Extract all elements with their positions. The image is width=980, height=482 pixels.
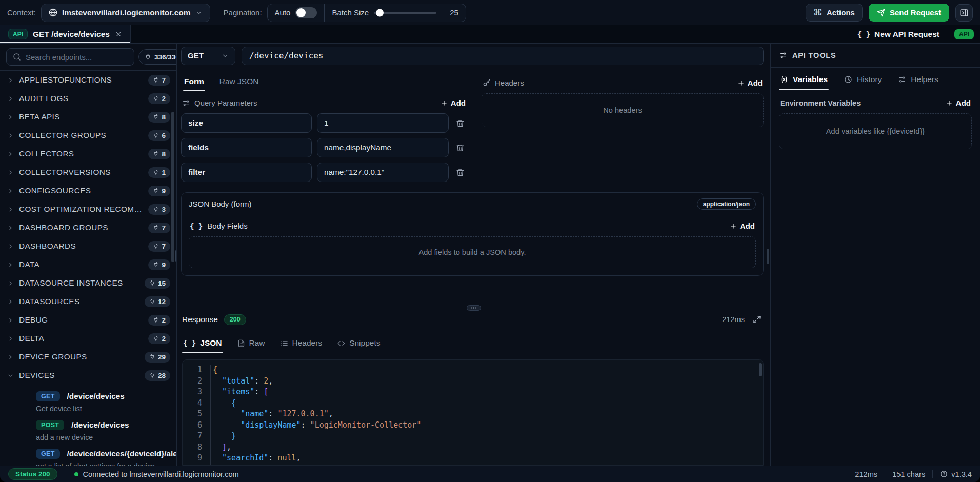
- group-label: CONFIGSOURCES: [19, 186, 91, 195]
- endpoint-description: add a new device: [36, 433, 172, 441]
- auto-toggle[interactable]: [295, 7, 317, 18]
- url-input[interactable]: [242, 47, 764, 65]
- batch-size-label: Batch Size: [332, 8, 369, 17]
- separator: [932, 470, 933, 478]
- add-variable-button[interactable]: Add: [946, 98, 971, 107]
- empty-body-text: Add fields to build a JSON body.: [418, 248, 526, 256]
- sidebar-group-row[interactable]: DEBUG 2: [0, 311, 176, 329]
- sidebar-group-row[interactable]: COLLECTORS 8: [0, 145, 176, 163]
- chevron-right-icon: [7, 225, 14, 231]
- line-content: {: [210, 365, 217, 376]
- param-key-input[interactable]: [181, 138, 312, 157]
- add-header-button[interactable]: Add: [737, 78, 763, 87]
- pane-divider: [177, 308, 770, 308]
- delete-param-button[interactable]: [454, 117, 467, 130]
- tab-form[interactable]: Form: [183, 75, 205, 91]
- pagination-controls: Auto Batch Size 25: [267, 4, 466, 22]
- chevron-down-icon: [222, 52, 229, 59]
- tab-headers[interactable]: Headers: [279, 337, 324, 353]
- empty-variables-text: Add variables like {{deviceId}}: [826, 127, 925, 135]
- sidebar-group-row[interactable]: BETA APIS 8: [0, 108, 176, 126]
- group-label: COLLECTOR GROUPS: [19, 131, 106, 140]
- code-line: 4 {: [183, 398, 763, 409]
- code-line: 6 "displayName": "LogicMonitor-Collector…: [183, 420, 763, 431]
- param-key-input[interactable]: [181, 113, 312, 133]
- group-count-badge: 7: [148, 223, 170, 233]
- tab-snippets[interactable]: Snippets: [336, 337, 381, 353]
- context-selector[interactable]: lmstevenvillardi.logicmonitor.com: [41, 4, 210, 22]
- group-label: BETA APIS: [19, 112, 60, 122]
- endpoint-description: get a list of alert settings for a devic…: [36, 462, 172, 466]
- endpoint-item[interactable]: GET /device/devices Get device list: [0, 388, 172, 416]
- chevron-right-icon: [7, 169, 14, 176]
- new-api-request-button[interactable]: { } New API Request: [857, 30, 939, 39]
- line-content: "searchId": null,: [210, 453, 301, 464]
- plus-icon: [730, 223, 737, 230]
- sidebar-group-row[interactable]: COLLECTOR GROUPS 6: [0, 126, 176, 145]
- api-mode-badge[interactable]: API: [954, 29, 974, 39]
- param-value-input[interactable]: [317, 113, 449, 133]
- tab-json[interactable]: { } JSON: [182, 337, 223, 353]
- actions-button[interactable]: ⌘ Actions: [806, 4, 863, 22]
- endpoint-item[interactable]: GET /device/devices/{deviceId}/alertsett…: [0, 445, 172, 466]
- delete-param-button[interactable]: [454, 166, 467, 179]
- tab-raw-json[interactable]: Raw JSON: [218, 75, 260, 91]
- help-icon: [940, 470, 948, 478]
- sliders-icon: [898, 75, 906, 84]
- param-key-input[interactable]: [181, 163, 312, 182]
- sidebar-group-row[interactable]: APPLIESTOFUNCTIONS 7: [0, 71, 176, 89]
- batch-size-slider[interactable]: [374, 12, 436, 14]
- sidebar-scrollbar[interactable]: [171, 112, 174, 262]
- endpoint-item[interactable]: POST /device/devices add a new device: [0, 416, 172, 445]
- sidebar-group-row[interactable]: COST OPTIMIZATION RECOMMENDATI... 3: [0, 200, 176, 218]
- toggle-side-panel-button[interactable]: [955, 4, 973, 22]
- api-tools-title: API TOOLS: [792, 51, 836, 59]
- send-request-button[interactable]: Send Request: [869, 4, 949, 22]
- sidebar-group-row[interactable]: AUDIT LOGS 2: [0, 89, 176, 108]
- add-label: Add: [740, 222, 755, 230]
- request-tab[interactable]: API GET /device/devices: [0, 25, 131, 43]
- key-icon: [483, 79, 491, 87]
- response-json-viewer[interactable]: 1 { 2 "total": 2, 3 "items": [ 4 { 5 "na…: [182, 359, 764, 466]
- endpoint-path: /device/devices: [71, 420, 129, 430]
- expand-response-button[interactable]: [752, 314, 762, 325]
- sidebar-group-row[interactable]: DEVICE GROUPS 29: [0, 348, 176, 366]
- param-value-input[interactable]: [317, 138, 449, 157]
- sidebar-group-row[interactable]: DEVICES 28: [0, 366, 176, 385]
- group-count-badge: 9: [148, 259, 170, 270]
- tab-helpers[interactable]: Helpers: [897, 74, 939, 90]
- send-request-label: Send Request: [890, 8, 941, 17]
- main-scrollbar[interactable]: [767, 249, 769, 264]
- line-content: "items": [: [210, 387, 268, 398]
- param-value-input[interactable]: [317, 163, 449, 182]
- sidebar-group-row[interactable]: DATA 9: [0, 255, 176, 274]
- sidebar-group-row[interactable]: DATASOURCES 12: [0, 292, 176, 311]
- search-endpoints-input[interactable]: [26, 53, 128, 62]
- sidebar-group-row[interactable]: DATASOURCE INSTANCES 15: [0, 274, 176, 292]
- sidebar-group-row[interactable]: COLLECTORVERSIONS 1: [0, 163, 176, 182]
- sidebar-group-row[interactable]: DELTA 2: [0, 329, 176, 348]
- sidebar-group-row[interactable]: DASHBOARD GROUPS 7: [0, 218, 176, 237]
- add-body-field-button[interactable]: Add: [730, 222, 755, 230]
- group-label: COST OPTIMIZATION RECOMMENDATI...: [19, 205, 143, 214]
- code-line: 5 "name": "127.0.0.1",: [183, 409, 763, 420]
- empty-variables-placeholder: Add variables like {{deviceId}}: [779, 113, 972, 149]
- group-count-badge: 2: [148, 315, 170, 326]
- add-query-param-button[interactable]: Add: [441, 98, 466, 107]
- sidebar-group-row[interactable]: DASHBOARDS 7: [0, 237, 176, 255]
- tab-history[interactable]: History: [843, 74, 883, 90]
- response-resize-handle[interactable]: [467, 305, 481, 311]
- chevron-right-icon: [7, 298, 14, 305]
- delete-param-button[interactable]: [454, 142, 467, 154]
- code-scrollbar[interactable]: [759, 363, 762, 376]
- sidebar-group-row[interactable]: CONFIGSOURCES 9: [0, 182, 176, 200]
- line-number: 9: [183, 453, 210, 464]
- group-label: DATASOURCES: [19, 297, 80, 306]
- tab-variables[interactable]: Variables: [779, 74, 829, 90]
- method-select[interactable]: GET: [181, 47, 235, 65]
- query-param-row: [181, 163, 467, 182]
- endpoint-count-badge: 336/336: [138, 49, 177, 65]
- close-tab-icon[interactable]: [115, 31, 122, 38]
- endpoint-count: 336/336: [154, 53, 177, 61]
- tab-raw[interactable]: Raw: [236, 337, 266, 353]
